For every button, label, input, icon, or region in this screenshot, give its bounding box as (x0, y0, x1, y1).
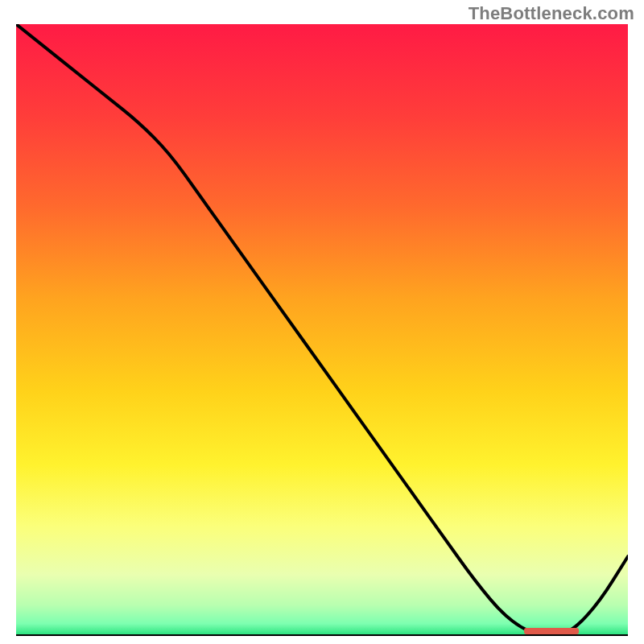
optimum-marker (524, 628, 579, 634)
plot-area (16, 24, 628, 636)
watermark-text: TheBottleneck.com (469, 3, 634, 24)
chart-svg (16, 24, 628, 636)
bottleneck-chart: TheBottleneck.com (0, 0, 644, 644)
gradient-background (16, 24, 628, 636)
